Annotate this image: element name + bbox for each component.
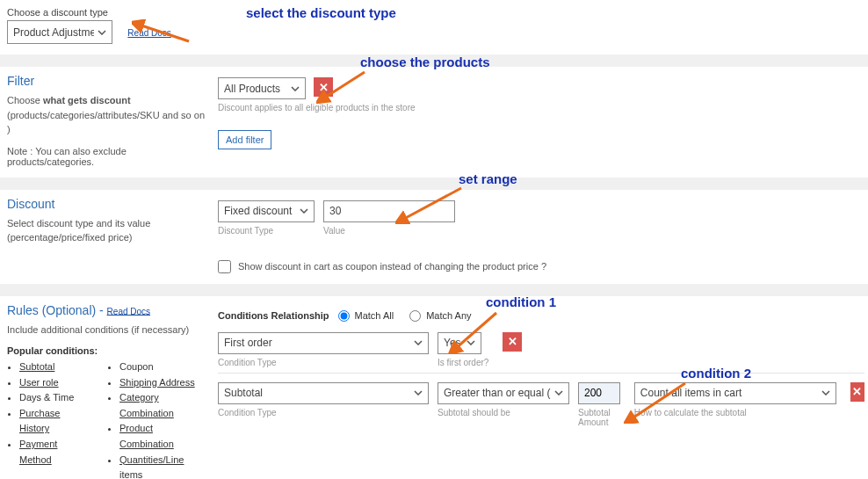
discount-type-select[interactable]: Product Adjustment: [7, 20, 112, 44]
cond2-type-sublabel: Condition Type: [218, 408, 429, 417]
list-item[interactable]: Days & Time: [19, 390, 88, 406]
list-item[interactable]: Category Combination: [119, 390, 209, 421]
rules-title: Rules (Optional) - Read Docs: [7, 303, 209, 317]
cond1-yes-sublabel: Is first order?: [438, 358, 488, 367]
list-item[interactable]: Purchase History: [19, 406, 88, 437]
cond-divider: [218, 373, 864, 374]
match-any-label: Match Any: [426, 310, 471, 321]
list-item[interactable]: Coupon: [119, 359, 209, 375]
match-all-radio[interactable]: [338, 310, 350, 322]
list-item[interactable]: Subtotal: [19, 359, 88, 375]
list-item[interactable]: User role: [19, 375, 88, 391]
popular-col2: Coupon Shipping Address Category Combina…: [107, 359, 209, 479]
match-all-label: Match All: [355, 310, 394, 321]
discount-type-label: Choose a discount type: [7, 7, 218, 18]
cond2-amount-sublabel: Subtotal Amount: [578, 408, 626, 427]
cond1-type-select[interactable]: First order: [218, 332, 429, 354]
rules-desc: Include additional conditions (if necess…: [7, 323, 209, 337]
discount-desc: Select discount type and its value(perce…: [7, 216, 209, 245]
discount-type-select2[interactable]: Fixed discount: [218, 200, 315, 222]
list-item[interactable]: Product Combination: [119, 421, 209, 452]
add-filter-button[interactable]: Add filter: [218, 130, 271, 149]
section-divider: [0, 54, 868, 67]
cond2-count-select[interactable]: Count all items in cart: [634, 382, 836, 404]
list-item[interactable]: Payment Method: [19, 437, 88, 468]
filter-note: Note : You can also exclude products/cat…: [7, 146, 209, 167]
remove-cond1-button[interactable]: ✕: [503, 332, 522, 352]
popular-heading: Popular conditions:: [7, 345, 209, 356]
filter-title: Filter: [7, 74, 209, 88]
match-any-radio[interactable]: [409, 310, 421, 322]
cond-relationship-label: Conditions Relationship: [218, 310, 329, 321]
filter-products-select[interactable]: All Products: [218, 77, 306, 99]
discount-value-sublabel: Value: [323, 226, 455, 236]
cond2-op-select[interactable]: Greater than or equal ( >= ): [438, 382, 569, 404]
section-divider: [0, 284, 868, 296]
list-item[interactable]: Quantities/Line items: [119, 453, 209, 479]
filter-hint: Discount applies to all eligible product…: [218, 103, 861, 112]
cond2-amount-input[interactable]: [578, 382, 620, 404]
popular-col1: Subtotal User role Days & Time Purchase …: [7, 359, 88, 479]
filter-desc: Choose what gets discount(products/categ…: [7, 93, 209, 137]
discount-title: Discount: [7, 197, 209, 211]
read-docs-link[interactable]: Read Docs: [127, 28, 170, 38]
cond2-type-select[interactable]: Subtotal: [218, 382, 429, 404]
remove-cond2-button[interactable]: ✕: [850, 382, 864, 402]
discount-value-input[interactable]: [323, 200, 455, 222]
cond2-op-sublabel: Subtotal should be: [438, 408, 569, 417]
show-coupon-checkbox[interactable]: [218, 260, 231, 273]
show-coupon-label: Show discount in cart as coupon instead …: [238, 261, 546, 272]
rules-read-docs-link[interactable]: Read Docs: [107, 306, 150, 316]
section-divider: [0, 178, 868, 190]
list-item[interactable]: Shipping Address: [119, 375, 209, 391]
popular-conditions: Subtotal User role Days & Time Purchase …: [7, 359, 209, 479]
cond1-yes-select[interactable]: Yes: [438, 332, 481, 354]
remove-filter-button[interactable]: ✕: [314, 77, 333, 97]
discount-type-sublabel: Discount Type: [218, 226, 315, 236]
cond2-count-sublabel: How to calculate the subtotal: [634, 408, 836, 417]
cond1-type-sublabel: Condition Type: [218, 358, 429, 367]
